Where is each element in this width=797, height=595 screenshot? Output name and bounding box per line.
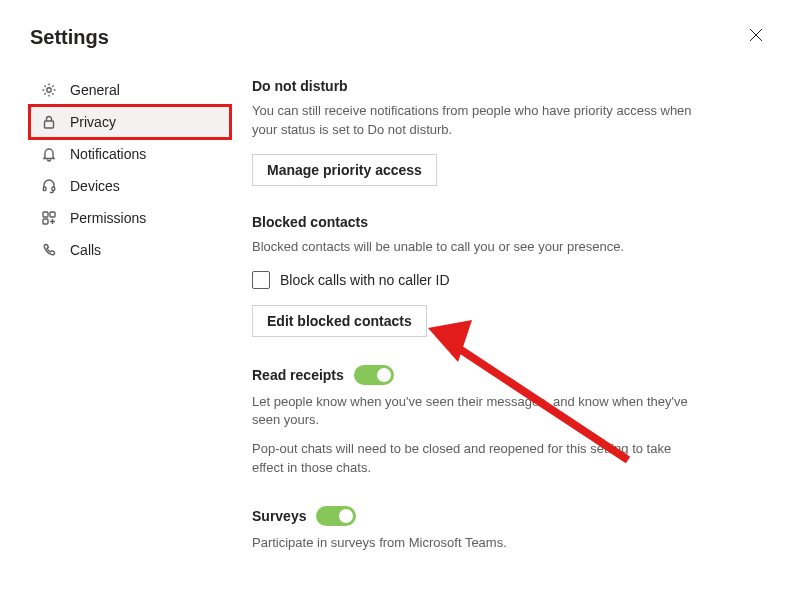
sidebar-item-label: Permissions <box>70 210 146 226</box>
svg-rect-6 <box>43 219 48 224</box>
section-title: Blocked contacts <box>252 214 700 230</box>
sidebar-item-general[interactable]: General <box>30 74 230 106</box>
section-do-not-disturb: Do not disturb You can still receive not… <box>252 78 700 186</box>
section-title: Surveys <box>252 508 306 524</box>
section-description: Pop-out chats will need to be closed and… <box>252 440 700 478</box>
section-description: Participate in surveys from Microsoft Te… <box>252 534 700 553</box>
section-description: Blocked contacts will be unable to call … <box>252 238 700 257</box>
section-read-receipts: Read receipts Let people know when you'v… <box>252 365 700 478</box>
section-title: Do not disturb <box>252 78 700 94</box>
surveys-toggle[interactable] <box>316 506 356 526</box>
read-receipts-toggle[interactable] <box>354 365 394 385</box>
sidebar-item-permissions[interactable]: Permissions <box>30 202 230 234</box>
sidebar-item-calls[interactable]: Calls <box>30 234 230 266</box>
section-blocked-contacts: Blocked contacts Blocked contacts will b… <box>252 214 700 337</box>
bell-icon <box>40 145 58 163</box>
sidebar-item-label: Notifications <box>70 146 146 162</box>
svg-point-0 <box>47 88 51 92</box>
headset-icon <box>40 177 58 195</box>
block-no-caller-id-checkbox[interactable] <box>252 271 270 289</box>
lock-icon <box>40 113 58 131</box>
svg-rect-1 <box>45 121 54 128</box>
edit-blocked-contacts-button[interactable]: Edit blocked contacts <box>252 305 427 337</box>
manage-priority-access-button[interactable]: Manage priority access <box>252 154 437 186</box>
sidebar-item-privacy[interactable]: Privacy <box>30 106 230 138</box>
sidebar-item-label: Calls <box>70 242 101 258</box>
svg-rect-4 <box>43 212 48 217</box>
section-title: Read receipts <box>252 367 344 383</box>
apps-icon <box>40 209 58 227</box>
sidebar-item-notifications[interactable]: Notifications <box>30 138 230 170</box>
sidebar: General Privacy Notifications Devices <box>30 60 230 595</box>
gear-icon <box>40 81 58 99</box>
svg-rect-2 <box>43 187 46 191</box>
checkbox-label: Block calls with no caller ID <box>280 272 450 288</box>
phone-icon <box>40 241 58 259</box>
page-title: Settings <box>30 26 109 49</box>
section-surveys: Surveys Participate in surveys from Micr… <box>252 506 700 553</box>
content-panel: Do not disturb You can still receive not… <box>230 60 700 595</box>
sidebar-item-devices[interactable]: Devices <box>30 170 230 202</box>
close-icon[interactable] <box>745 24 767 50</box>
svg-rect-3 <box>52 187 55 191</box>
section-description: You can still receive notifications from… <box>252 102 700 140</box>
section-description: Let people know when you've seen their m… <box>252 393 700 431</box>
sidebar-item-label: Privacy <box>70 114 116 130</box>
sidebar-item-label: Devices <box>70 178 120 194</box>
sidebar-item-label: General <box>70 82 120 98</box>
svg-rect-5 <box>50 212 55 217</box>
